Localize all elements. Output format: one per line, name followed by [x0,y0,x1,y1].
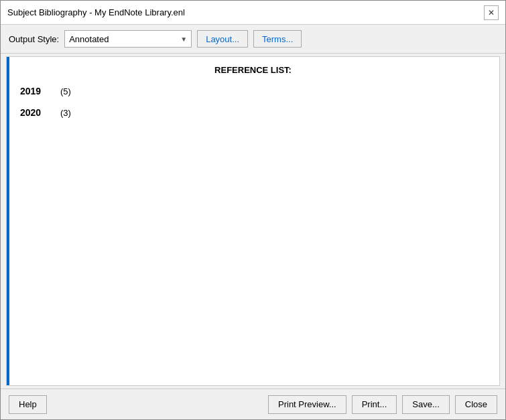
print-button[interactable]: Print... [352,395,397,414]
dropdown-selected-value: Annotated [69,34,109,44]
chevron-down-icon: ▼ [180,36,187,43]
bottom-bar: Help Print Preview... Print... Save... C… [1,389,505,419]
reference-year: 2020 [20,107,54,118]
toolbar: Output Style: Annotated ▼ Layout... Term… [1,25,505,54]
reference-count: (5) [60,86,71,96]
bottom-left-actions: Help [9,395,47,414]
left-accent-bar [7,57,9,385]
window-title: Subject Bibliography - My EndNote Librar… [7,7,185,17]
save-button[interactable]: Save... [402,395,449,414]
output-style-label: Output Style: [9,34,59,44]
terms-button[interactable]: Terms... [253,30,302,48]
layout-button[interactable]: Layout... [197,30,248,48]
output-style-dropdown[interactable]: Annotated ▼ [64,30,192,48]
main-window: Subject Bibliography - My EndNote Librar… [0,0,506,420]
table-row: 2020(3) [7,102,499,123]
title-bar: Subject Bibliography - My EndNote Librar… [1,1,505,25]
content-area: REFERENCE LIST: 2019(5)2020(3) [6,56,500,386]
help-button[interactable]: Help [9,395,47,414]
reference-count: (3) [60,108,71,118]
reference-entries: 2019(5)2020(3) [7,80,499,123]
close-window-button[interactable]: ✕ [484,5,499,20]
reference-list-header: REFERENCE LIST: [7,57,499,80]
bottom-right-actions: Print Preview... Print... Save... Close [268,395,497,414]
print-preview-button[interactable]: Print Preview... [268,395,346,414]
table-row: 2019(5) [7,80,499,102]
reference-year: 2019 [20,86,54,96]
close-button[interactable]: Close [455,395,497,414]
